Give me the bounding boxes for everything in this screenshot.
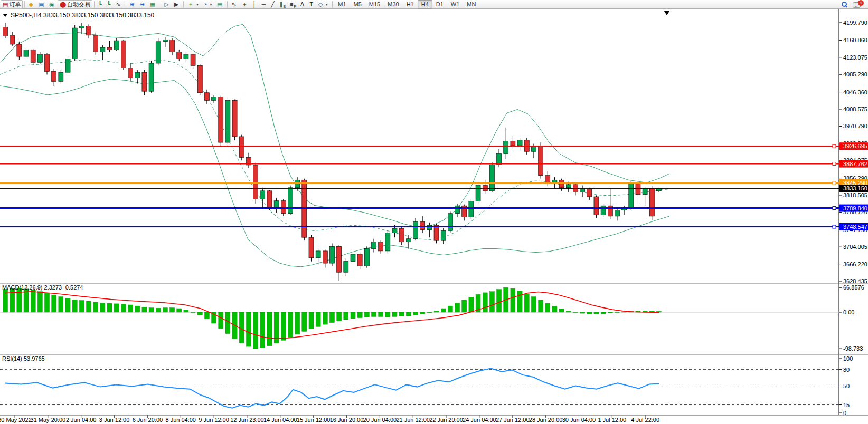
fibonacci-icon-sub: F (294, 5, 296, 8)
macd-bar (413, 312, 418, 315)
candle-body (288, 188, 293, 214)
macd-bar (587, 312, 592, 314)
candle-body (351, 254, 355, 262)
candle-body (65, 59, 70, 72)
gold-icon[interactable]: ◆ (26, 0, 36, 9)
candle-body (239, 137, 244, 157)
template-icon: ▤ (217, 1, 222, 8)
arrows-icon-dropdown-arrow[interactable]: ▼ (325, 3, 328, 6)
cursor-icon[interactable]: ↖ (229, 0, 239, 9)
new-order-button-label: 订单 (9, 1, 21, 8)
zoom-out-icon[interactable]: ⊖ (138, 0, 148, 9)
zoom-in-icon[interactable]: ⊕ (128, 0, 138, 9)
macd-bar (295, 312, 300, 334)
chart-shift-icon[interactable]: ▶ (172, 0, 182, 9)
terminal-icon[interactable]: ▣ (36, 0, 47, 9)
macd-bar (622, 312, 627, 312)
macd-bar (329, 312, 334, 323)
macd-bar (204, 312, 209, 319)
time-tick-label: 12 Jun 23:00 (230, 417, 264, 423)
macd-bar (601, 312, 606, 314)
hline-handle[interactable] (833, 162, 836, 166)
hline-handle[interactable] (833, 225, 836, 228)
vertical-line-icon[interactable]: │ (251, 0, 260, 9)
line-chart-icon[interactable]: ∿ (114, 0, 124, 9)
macd-bar (149, 308, 154, 312)
candle-chart-icon: ┖ (107, 1, 111, 8)
candle-body (587, 189, 592, 197)
candle-body (615, 210, 619, 216)
candle-body (448, 214, 452, 231)
candle-body (114, 41, 119, 50)
timeframe-m5[interactable]: M5 (350, 0, 365, 9)
autotrade-button[interactable]: ⬤自动交易 (58, 0, 92, 9)
rsi-tick-label: 50 (843, 383, 850, 389)
macd-bar (302, 312, 307, 331)
macd-bar (219, 312, 223, 329)
candle-chart-icon[interactable]: ┖ (105, 0, 114, 9)
add-indicator-icon[interactable]: ＋▼ (185, 0, 201, 9)
timeframe-h1[interactable]: H1 (403, 0, 418, 9)
time-tick-label: 28 Jun 20:00 (529, 417, 563, 423)
macd-bar (52, 295, 56, 312)
macd-bar (323, 312, 327, 324)
chart-canvas[interactable]: 4199.7904160.8604123.0754085.2904046.360… (0, 9, 868, 424)
period-icon[interactable]: ◔▼ (201, 0, 215, 9)
candle-body (385, 233, 390, 251)
macd-bar (337, 312, 342, 321)
crosshair-icon[interactable]: ＋ (240, 0, 251, 9)
price-tick-label: 4160.860 (843, 37, 867, 43)
chart-window[interactable]: 4199.7904160.8604123.0754085.2904046.360… (0, 9, 868, 424)
add-indicator-icon: ＋ (187, 1, 193, 8)
zoom-in-icon: ⊕ (130, 1, 135, 8)
trendline-icon[interactable]: ╱ (269, 0, 278, 9)
notifications-icon[interactable]: 1 (853, 2, 861, 8)
tile-windows-icon[interactable]: ▦ (148, 0, 158, 9)
macd-bar (448, 306, 452, 312)
template-icon[interactable]: ▤ (215, 0, 225, 9)
candle-body (72, 28, 77, 59)
price-tick-label: 4085.290 (843, 71, 867, 78)
bar-chart-icon[interactable]: ┖ (96, 0, 105, 9)
channel-icon-sub: E (283, 5, 286, 8)
toolbar-separator (161, 1, 161, 8)
period-icon-dropdown-arrow[interactable]: ▼ (209, 3, 213, 6)
macd-bar (37, 292, 42, 312)
timeframe-m30[interactable]: M30 (384, 0, 402, 9)
channel-icon[interactable]: ∥E (278, 0, 288, 9)
macd-bar (531, 297, 536, 312)
auto-scroll-icon[interactable]: ▷ (163, 0, 172, 9)
fibonacci-icon[interactable]: ≡F (288, 0, 298, 9)
add-indicator-icon-dropdown-arrow[interactable]: ▼ (195, 3, 199, 6)
hline-handle[interactable] (833, 207, 836, 210)
candle-body (399, 228, 404, 242)
text-icon[interactable]: A (298, 0, 307, 9)
macd-bar (100, 303, 105, 313)
timeframe-w1[interactable]: W1 (447, 0, 464, 9)
hline-price-text: 3748.547 (843, 224, 867, 230)
candle-body (594, 197, 599, 215)
hline-handle[interactable] (833, 144, 836, 148)
new-order-button[interactable]: ▤订单 (1, 0, 23, 9)
candle-body (253, 165, 258, 199)
candle-body (629, 182, 634, 208)
timeframe-m15[interactable]: M15 (365, 0, 384, 9)
macd-bar (156, 308, 161, 312)
timeframe-h4[interactable]: H4 (418, 0, 432, 9)
hline-handle[interactable] (833, 181, 836, 185)
timeframe-mn[interactable]: MN (463, 0, 479, 9)
candle-body (357, 254, 362, 266)
timeframe-m1[interactable]: M1 (334, 0, 350, 9)
search-icon[interactable] (841, 1, 848, 8)
candle-body (52, 71, 56, 81)
toolbar-separator (183, 1, 184, 8)
candle-body (511, 141, 515, 146)
timeframe-d1[interactable]: D1 (432, 0, 447, 9)
arrows-icon[interactable]: ◇▼ (316, 0, 331, 9)
macd-bar (121, 304, 126, 312)
label-icon[interactable]: T (307, 0, 316, 9)
candle-body (212, 97, 216, 100)
horizontal-line-icon[interactable]: ─ (259, 0, 269, 9)
macd-bar (163, 308, 167, 312)
signal-icon[interactable]: ◉ (47, 0, 58, 9)
